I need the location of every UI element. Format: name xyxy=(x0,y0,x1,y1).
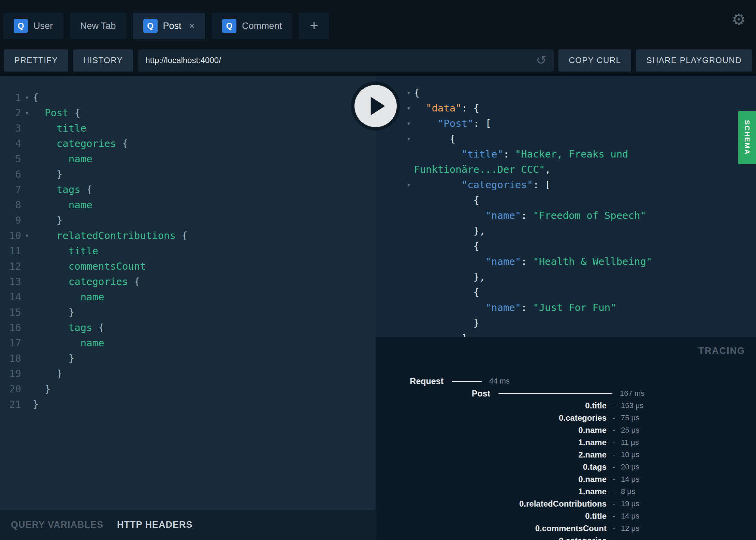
settings-gear-icon[interactable]: ⚙ xyxy=(732,12,746,27)
schema-tab[interactable]: SCHEMA xyxy=(738,111,756,164)
tracing-field-name: 0.relatedContributions xyxy=(376,499,607,509)
editor-line[interactable]: 19 } xyxy=(0,366,376,381)
response-line: Funktionäre...Der CCC", xyxy=(414,162,749,177)
tracing-dash: - xyxy=(611,536,616,540)
query-variables-tab[interactable]: QUERY VARIABLES xyxy=(11,520,103,530)
editor-line[interactable]: 10▾ relatedContributions { xyxy=(0,228,376,243)
code-text: title xyxy=(33,121,86,136)
http-headers-tab[interactable]: HTTP HEADERS xyxy=(117,520,193,530)
prettify-button[interactable]: PRETTIFY xyxy=(4,49,68,72)
tracing-dash: - xyxy=(611,414,616,422)
editor-line[interactable]: 2▾ Post { xyxy=(0,105,376,121)
fold-gutter-spacer xyxy=(21,167,33,182)
tracing-field-row: 0.relatedContributions-19 μs xyxy=(376,498,756,510)
editor-line[interactable]: 5 name xyxy=(0,151,376,167)
tracing-field-row: 1.name-8 μs xyxy=(376,485,756,498)
fold-gutter-spacer xyxy=(21,136,33,151)
response-line: }, xyxy=(414,223,749,239)
tracing-duration-bar xyxy=(452,381,482,382)
tracing-field-row: 0.categories-75 μs xyxy=(376,412,756,424)
tracing-field-name: 0.name xyxy=(376,425,607,435)
tracing-span-duration: 44 ms xyxy=(489,377,510,386)
fold-arrow-icon[interactable]: ▾ xyxy=(21,228,33,243)
fold-arrow-icon[interactable]: ▾ xyxy=(404,101,413,116)
tab-new-tab[interactable]: New Tab xyxy=(70,13,126,39)
tab-label: User xyxy=(33,21,53,31)
execute-query-button[interactable] xyxy=(354,85,397,127)
editor-line[interactable]: 1▾{ xyxy=(0,90,376,105)
code-text: Post { xyxy=(33,105,81,121)
app-root: QUserNew TabQPost×QComment+ ⚙ PRETTIFY H… xyxy=(0,0,756,540)
line-number: 1 xyxy=(0,90,21,105)
tracing-field-name: 0.title xyxy=(376,511,607,521)
fold-arrow-icon[interactable]: ▾ xyxy=(21,90,33,105)
line-number: 2 xyxy=(0,105,21,121)
code-text: } xyxy=(33,167,62,182)
line-number: 8 xyxy=(0,197,21,213)
editor-line[interactable]: 8 name xyxy=(0,197,376,213)
fold-arrow-icon[interactable]: ▾ xyxy=(404,85,413,101)
response-line: ▾ "data": { xyxy=(414,101,749,116)
query-editor-pane[interactable]: 1▾{2▾ Post {3 title4 categories {5 name6… xyxy=(0,76,376,540)
editor-line[interactable]: 15 } xyxy=(0,305,376,320)
editor-line[interactable]: 17 name xyxy=(0,335,376,351)
tracing-field-name: 1.name xyxy=(376,438,607,447)
editor-line[interactable]: 20 } xyxy=(0,381,376,397)
line-number: 5 xyxy=(0,151,21,167)
line-number: 4 xyxy=(0,136,21,151)
fold-arrow-icon[interactable]: ▾ xyxy=(404,177,413,193)
code-text: categories { xyxy=(33,274,140,289)
share-playground-button[interactable]: SHARE PLAYGROUND xyxy=(636,49,752,72)
response-line: { xyxy=(414,285,749,300)
tracing-span-label: Request xyxy=(376,376,444,386)
tab-user[interactable]: QUser xyxy=(3,13,63,39)
editor-line[interactable]: 7 tags { xyxy=(0,182,376,197)
tracing-rows: Request44 msPost167 ms0.title-153 μs0.ca… xyxy=(376,337,756,540)
tracing-field-duration: 75 μs xyxy=(621,414,639,422)
code-text: name xyxy=(33,289,104,305)
fold-arrow-icon[interactable]: ▾ xyxy=(404,116,413,131)
line-number: 20 xyxy=(0,381,21,397)
tracing-field-row: 0.commentsCount-12 μs xyxy=(376,522,756,535)
editor-line[interactable]: 3 title xyxy=(0,121,376,136)
response-line: ▾ { xyxy=(414,131,749,147)
new-tab-button[interactable]: + xyxy=(299,13,329,39)
line-number: 19 xyxy=(0,366,21,381)
response-line: { xyxy=(414,193,749,208)
editor-line[interactable]: 6 } xyxy=(0,167,376,182)
copy-curl-button[interactable]: COPY CURL xyxy=(558,49,631,72)
tracing-field-name: 0.tags xyxy=(376,462,607,472)
editor-line[interactable]: 16 tags { xyxy=(0,320,376,335)
editor-line[interactable]: 18 } xyxy=(0,351,376,366)
line-number: 10 xyxy=(0,228,21,243)
editor-line[interactable]: 9 } xyxy=(0,213,376,228)
editor-line[interactable]: 14 name xyxy=(0,289,376,305)
endpoint-url-input[interactable] xyxy=(145,56,536,65)
tab-comment[interactable]: QComment xyxy=(212,13,292,39)
endpoint-url-bar: ↺ xyxy=(138,49,554,72)
response-line: ▾ "categories": [ xyxy=(414,177,749,193)
reload-schema-icon[interactable]: ↺ xyxy=(536,54,546,66)
response-line: } xyxy=(414,315,749,331)
tracing-span-row: Post167 ms xyxy=(376,387,756,400)
editor-line[interactable]: 4 categories { xyxy=(0,136,376,151)
close-tab-icon[interactable]: × xyxy=(189,21,195,31)
editor-bottom-bar: QUERY VARIABLES HTTP HEADERS xyxy=(0,510,376,540)
fold-arrow-icon[interactable]: ▾ xyxy=(21,105,33,121)
editor-line[interactable]: 12 commentsCount xyxy=(0,259,376,274)
toolbar: PRETTIFY HISTORY ↺ COPY CURL SHARE PLAYG… xyxy=(0,45,756,76)
editor-line[interactable]: 13 categories { xyxy=(0,274,376,289)
tracing-dash: - xyxy=(611,499,616,508)
fold-gutter-spacer xyxy=(21,351,33,366)
fold-gutter-spacer xyxy=(21,397,33,412)
editor-line[interactable]: 21} xyxy=(0,397,376,412)
tab-post[interactable]: QPost× xyxy=(133,13,205,39)
fold-arrow-icon[interactable]: ▾ xyxy=(404,131,413,147)
tracing-field-name: 0.commentsCount xyxy=(376,524,607,533)
editor-line[interactable]: 11 title xyxy=(0,243,376,259)
result-column: ▾{▾ "data": {▾ "Post": [▾ { "title": "Ha… xyxy=(376,76,756,540)
history-button[interactable]: HISTORY xyxy=(73,49,133,72)
response-viewer[interactable]: ▾{▾ "data": {▾ "Post": [▾ { "title": "Ha… xyxy=(376,76,756,337)
response-line: "name": "Freedom of Speech" xyxy=(414,208,749,223)
code-text: } xyxy=(33,213,62,228)
